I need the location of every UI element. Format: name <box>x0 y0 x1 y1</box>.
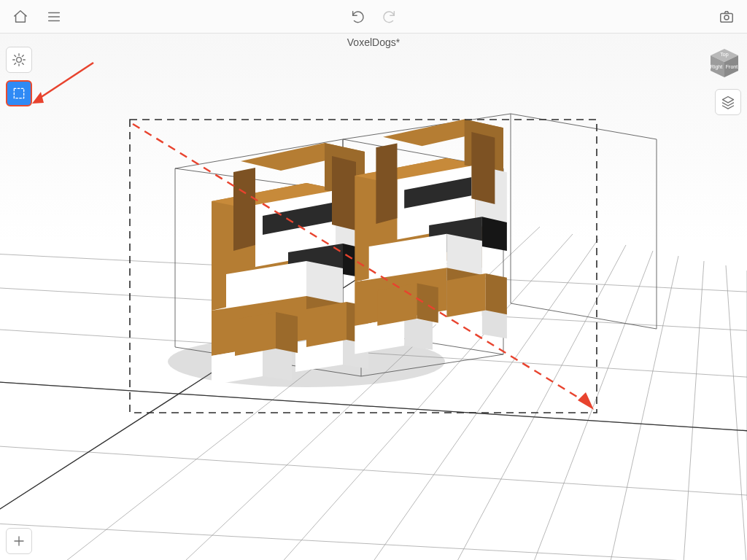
svg-line-69 <box>38 63 93 99</box>
layers-button[interactable] <box>715 89 741 115</box>
svg-marker-41 <box>306 302 347 347</box>
svg-line-82 <box>22 63 23 64</box>
svg-rect-85 <box>14 88 23 98</box>
svg-line-16 <box>0 515 747 560</box>
screenshot-button[interactable] <box>716 7 737 27</box>
document-title: VoxelDogs* <box>347 36 400 48</box>
menu-button[interactable] <box>44 7 64 27</box>
svg-line-18 <box>0 376 747 435</box>
light-tool[interactable] <box>6 47 32 73</box>
voxel-dog-2 <box>355 120 507 354</box>
voxel-dog-1 <box>212 143 368 385</box>
view-cube[interactable]: Top Right Front <box>708 47 741 80</box>
viewport[interactable] <box>0 34 747 560</box>
add-button[interactable] <box>6 528 32 554</box>
svg-marker-36 <box>263 347 292 381</box>
svg-marker-40 <box>276 312 298 353</box>
svg-line-83 <box>15 63 16 64</box>
svg-line-15 <box>0 438 747 500</box>
svg-line-14 <box>0 376 747 435</box>
annotation-arrow-to-tool <box>32 63 93 104</box>
svg-line-8 <box>682 261 704 560</box>
svg-marker-65 <box>446 273 485 317</box>
marquee-select-tool[interactable] <box>6 80 32 106</box>
svg-marker-70 <box>32 92 44 104</box>
svg-marker-63 <box>377 284 417 326</box>
svg-marker-66 <box>486 273 507 314</box>
svg-marker-39 <box>235 312 276 356</box>
top-toolbar <box>0 0 747 34</box>
svg-marker-51 <box>482 217 507 251</box>
svg-marker-54 <box>471 132 495 204</box>
svg-point-76 <box>17 58 22 63</box>
svg-marker-68 <box>578 392 594 410</box>
tool-column <box>6 47 32 106</box>
svg-line-84 <box>22 55 23 57</box>
svg-marker-92 <box>723 97 734 103</box>
svg-marker-64 <box>417 284 438 323</box>
svg-line-81 <box>15 55 16 57</box>
right-column: Top Right Front <box>708 47 741 115</box>
svg-line-7 <box>605 256 678 560</box>
svg-marker-30 <box>332 156 356 230</box>
svg-text:Right: Right <box>711 64 722 70</box>
svg-marker-29 <box>233 168 255 251</box>
undo-button[interactable] <box>348 7 368 27</box>
svg-point-75 <box>724 15 729 19</box>
home-button[interactable] <box>10 7 31 27</box>
redo-button[interactable] <box>379 7 399 27</box>
svg-marker-53 <box>376 143 397 224</box>
svg-text:Top: Top <box>720 52 728 58</box>
svg-line-9 <box>726 265 747 560</box>
svg-text:Front: Front <box>726 64 738 69</box>
svg-marker-60 <box>404 317 433 350</box>
